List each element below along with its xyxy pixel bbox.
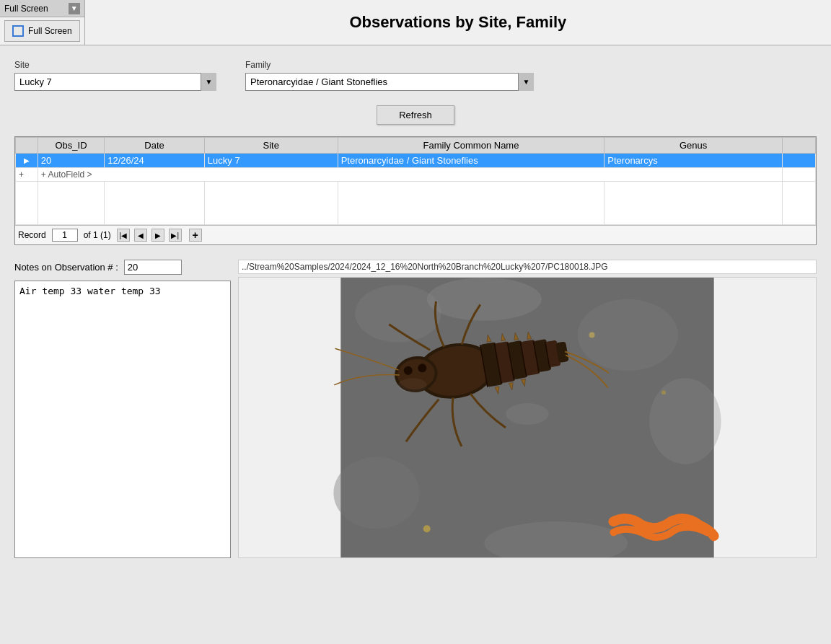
nav-record-input[interactable] — [52, 229, 78, 242]
col-header-genus: Genus — [604, 138, 782, 154]
empty-row-1 — [16, 182, 816, 225]
nav-record-label: Record — [18, 230, 46, 240]
autofield-extra — [782, 168, 815, 182]
fullscreen-button-label: Full Screen — [28, 26, 72, 36]
svg-point-1 — [355, 285, 441, 343]
family-label: Family — [245, 60, 534, 70]
family-select-wrapper: Pteronarcyidae / Giant StonefliesOther F… — [245, 73, 534, 91]
notes-obs-input[interactable] — [124, 260, 182, 275]
nav-first-button[interactable]: |◀ — [117, 229, 130, 242]
cell-genus: Pteronarcys — [604, 154, 782, 168]
notes-obs-row: Notes on Observation # : — [14, 260, 231, 275]
refresh-area: Refresh — [14, 105, 817, 125]
toolbar-dropdown-label: Full Screen — [4, 4, 48, 14]
svg-point-2 — [427, 278, 542, 321]
col-header-obs-id: Obs_ID — [38, 138, 104, 154]
site-select[interactable]: Lucky 7Site 2Site 3 — [14, 73, 216, 91]
notes-textarea[interactable]: Air temp 33 water temp 33 — [14, 281, 231, 558]
autofield-row[interactable]: + + AutoField > — [16, 168, 816, 182]
page-title: Observations by Site, Family — [349, 13, 566, 32]
cell-extra — [782, 154, 815, 168]
fullscreen-icon — [12, 25, 24, 37]
data-table: Obs_ID Date Site Family Common Name Genu… — [15, 137, 816, 225]
col-header-indicator — [16, 138, 38, 154]
autofield-label: + AutoField > — [38, 168, 782, 182]
family-select[interactable]: Pteronarcyidae / Giant StonefliesOther F… — [245, 73, 534, 91]
nav-prev-button[interactable]: ◀ — [134, 229, 147, 242]
svg-point-35 — [661, 390, 666, 394]
table-header: Obs_ID Date Site Family Common Name Genu… — [16, 138, 816, 154]
fullscreen-button[interactable]: Full Screen — [4, 20, 80, 42]
autofield-plus: + — [16, 168, 38, 182]
site-filter-group: Site Lucky 7Site 2Site 3 ▼ — [14, 60, 216, 91]
site-select-wrapper: Lucky 7Site 2Site 3 ▼ — [14, 73, 216, 91]
col-header-extra — [782, 138, 815, 154]
cell-obs-id: 20 — [38, 154, 104, 168]
page-title-area: Observations by Site, Family — [85, 0, 831, 45]
toolbar-dropdown: Full Screen ▼ Full Screen — [0, 0, 85, 45]
family-filter-group: Family Pteronarcyidae / Giant Stoneflies… — [245, 60, 534, 91]
nav-next-button[interactable]: ▶ — [151, 229, 164, 242]
insect-image-svg — [239, 278, 816, 557]
col-header-date: Date — [105, 138, 205, 154]
svg-point-4 — [649, 378, 721, 464]
notes-section: Notes on Observation # : Air temp 33 wat… — [14, 260, 231, 558]
svg-point-33 — [423, 525, 431, 532]
nav-last-button[interactable]: ▶| — [169, 229, 182, 242]
filter-row: Site Lucky 7Site 2Site 3 ▼ Family Pteron… — [14, 60, 817, 91]
nav-add-button[interactable]: + — [189, 229, 202, 242]
nav-bar: Record of 1 (1) |◀ ◀ ▶ ▶| + — [15, 225, 816, 244]
dropdown-arrow-icon[interactable]: ▼ — [69, 3, 80, 14]
site-label: Site — [14, 60, 216, 70]
image-path: ../Stream%20Samples/2024/2024_12_16%20No… — [238, 260, 817, 274]
refresh-button[interactable]: Refresh — [377, 105, 454, 125]
table-body: ▶ 20 12/26/24 Lucky 7 Pteronarcyidae / G… — [16, 154, 816, 225]
svg-point-37 — [398, 378, 427, 392]
cell-family: Pteronarcyidae / Giant Stoneflies — [338, 154, 604, 168]
svg-point-5 — [333, 457, 419, 529]
cell-site: Lucky 7 — [204, 154, 338, 168]
notes-obs-label: Notes on Observation # : — [14, 262, 118, 273]
row-indicator: ▶ — [16, 154, 38, 168]
svg-point-36 — [506, 403, 549, 425]
table-row[interactable]: ▶ 20 12/26/24 Lucky 7 Pteronarcyidae / G… — [16, 154, 816, 168]
data-table-container: Obs_ID Date Site Family Common Name Genu… — [14, 136, 817, 245]
svg-point-34 — [589, 332, 595, 338]
cell-date: 12/26/24 — [105, 154, 205, 168]
toolbar: Full Screen ▼ Full Screen Observations b… — [0, 0, 831, 45]
col-header-site: Site — [204, 138, 338, 154]
col-header-family: Family Common Name — [338, 138, 604, 154]
nav-of-label: of 1 (1) — [84, 230, 111, 240]
main-content: Site Lucky 7Site 2Site 3 ▼ Family Pteron… — [0, 45, 831, 573]
toolbar-dropdown-title-row[interactable]: Full Screen ▼ — [0, 0, 84, 17]
image-container — [238, 277, 817, 558]
image-section: ../Stream%20Samples/2024/2024_12_16%20No… — [238, 260, 817, 558]
bottom-section: Notes on Observation # : Air temp 33 wat… — [14, 260, 817, 558]
